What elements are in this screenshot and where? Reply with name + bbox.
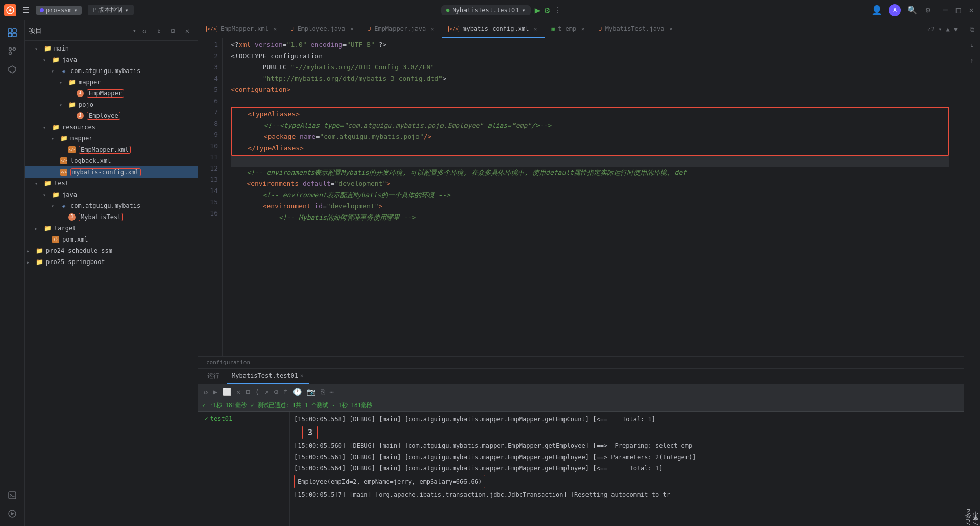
options-icon[interactable]: ⚙ (167, 25, 179, 37)
console-line-1: [15:00:05.558] [DEBUG] [main] [com.atgui… (294, 414, 960, 425)
close-test-button[interactable]: ✕ (235, 386, 242, 397)
tab-empmapper-xml[interactable]: </> EmpMapper.xml ✕ (200, 20, 285, 38)
screenshot-button[interactable]: 📷 (305, 386, 317, 397)
tree-item-empmapper[interactable]: J EmpMapper (24, 88, 198, 99)
tree-item-empmapper-xml[interactable]: </> EmpMapper.xml (24, 144, 198, 155)
bottom-tab-test[interactable]: MybatisTest.test01 ✕ (227, 369, 309, 384)
run-button[interactable]: ▶ (535, 5, 541, 15)
tab-employee-java[interactable]: J Employee.java ✕ (285, 20, 362, 38)
tree-item-mybatis-test[interactable]: J MybatisTest (24, 211, 198, 223)
project-dropdown-icon: ▾ (74, 7, 78, 14)
stop-button[interactable]: ⬜ (221, 386, 233, 397)
run-config[interactable]: ● MybatisTest.test01 ▾ (441, 5, 531, 15)
project-badge[interactable]: pro-ssm ▾ (36, 6, 82, 15)
tab-close-empmapper[interactable]: ✕ (272, 25, 279, 32)
tab-close-mybatis[interactable]: ✕ (532, 25, 539, 32)
tab-mybatistest-java[interactable]: J MybatisTest.java ✕ (593, 20, 680, 38)
code-line-14: <!-- environment表示配置Mybatis的一个具体的环境 --> (231, 189, 949, 201)
tree-item-mapper-res[interactable]: ▾ 📁 mapper (24, 133, 198, 144)
error-count[interactable]: ✓2 ▾ (925, 23, 944, 35)
tab-close-mybatistest[interactable]: ✕ (667, 25, 674, 32)
more-options-button[interactable]: ⋮ (554, 5, 562, 15)
run-again-button[interactable]: ▶ (211, 386, 218, 397)
tab-empmapper-java[interactable]: J EmpMapper.java ✕ (362, 20, 443, 38)
tree-item-mybatis-config[interactable]: </> mybatis-config.xml (24, 166, 198, 178)
tree-item-test-java[interactable]: ▾ 📁 java (24, 189, 198, 200)
settings-button[interactable]: ⚙ (923, 3, 933, 17)
version-control[interactable]: P 版本控制 ▾ (88, 5, 134, 15)
sync-icon[interactable]: ↻ (138, 25, 151, 37)
tab-nav-down[interactable]: ▼ (952, 23, 960, 35)
result-number-container: 3 (294, 425, 960, 440)
right-panel-settings-icon[interactable]: 名字/小志/Java (965, 510, 979, 524)
tab-label-empmapper-xml: EmpMapper.xml (220, 25, 268, 32)
copy-button[interactable]: ⎘ (319, 386, 326, 397)
tree-item-target[interactable]: ▸ 📁 target (24, 223, 198, 234)
minimize-button[interactable]: ─ (941, 3, 950, 17)
collapse-icon[interactable]: ↕ (153, 25, 165, 37)
tree-item-pro25[interactable]: ▸ 📁 pro25-springboot (24, 256, 198, 268)
vcs-icon[interactable] (4, 43, 20, 59)
folder-icon-mapper-res: 📁 (59, 134, 68, 143)
tab-close-empmapper-java[interactable]: ✕ (429, 25, 436, 32)
tree-item-pro24[interactable]: ▸ 📁 pro24-schedule-ssm (24, 245, 198, 256)
avatar-icon[interactable]: A (889, 4, 901, 16)
menu-icon[interactable]: ☰ (20, 3, 32, 17)
project-panel: 项目 ▾ ↻ ↕ ⚙ ✕ ▾ 📁 main ▾ 📁 java (24, 20, 198, 526)
debug-button[interactable]: ⚙ (545, 5, 550, 15)
tree-item-pojo[interactable]: ▾ 📁 pojo (24, 99, 198, 110)
close-panel-icon[interactable]: ✕ (181, 25, 193, 37)
project-view-icon[interactable] (4, 25, 20, 41)
tree-item-test-package[interactable]: ▾ ◈ com.atguigu.mybatis (24, 200, 198, 211)
terminal-icon[interactable] (4, 487, 20, 504)
maximize-button[interactable]: □ (954, 3, 963, 17)
tree-item-main[interactable]: ▾ 📁 main (24, 43, 198, 54)
line-numbers: 1 2 3 4 5 6 7 8 9 10 11 12 13 14 15 16 (198, 38, 223, 356)
tree-item-pom[interactable]: {} pom.xml (24, 234, 198, 245)
tab-close-employee[interactable]: ✕ (349, 25, 356, 32)
tree-item-java[interactable]: ▾ 📁 java (24, 54, 198, 65)
tab-mybatis-config[interactable]: </> mybatis-config.xml ✕ (442, 20, 545, 38)
tab-nav-up[interactable]: ▲ (944, 23, 952, 35)
bottom-tab-close[interactable]: ✕ (300, 372, 304, 379)
status-time: ·1秒 181毫秒 (210, 401, 247, 409)
step-over-button[interactable]: ↱ (282, 386, 289, 397)
tree-item-package[interactable]: ▾ ◈ com.atguigu.mybatis (24, 65, 198, 77)
code-line-15: <environment id="development"> (231, 201, 949, 212)
filter-button[interactable]: ⊟ (244, 386, 251, 397)
close-button[interactable]: ✕ (967, 3, 976, 17)
run-config-icon[interactable] (4, 506, 20, 522)
tree-item-mapper[interactable]: ▾ 📁 mapper (24, 77, 198, 88)
search-button[interactable]: 🔍 (905, 3, 919, 17)
plugins-icon[interactable] (4, 61, 20, 78)
test-node-test01[interactable]: ✓ test01 (200, 414, 287, 423)
right-panel-copy-icon[interactable]: ⧉ (965, 22, 979, 37)
svg-point-7 (9, 52, 11, 55)
tab-close-t-emp[interactable]: ✕ (579, 25, 586, 32)
tree-arrow-resources: ▾ (43, 125, 51, 130)
more-actions-button[interactable]: ⋯ (328, 386, 335, 397)
result-employee-box: Employee(empId=2, empName=jerry, empSala… (294, 475, 485, 488)
user-icon[interactable]: 👤 (869, 3, 885, 17)
bottom-tab-run[interactable]: 运行 (202, 369, 225, 384)
tree-label-mapper: mapper (79, 79, 101, 86)
right-panel-down-icon[interactable]: ↓ (965, 38, 979, 52)
run-config-dropdown: ▾ (522, 7, 525, 14)
tree-arrow-test-package: ▾ (51, 203, 59, 209)
rerun-button[interactable]: ↺ (202, 386, 209, 397)
history-button[interactable]: 🕐 (291, 386, 303, 397)
tree-item-resources[interactable]: ▾ 📁 resources (24, 122, 198, 133)
code-line-7: <typeAliases> (232, 109, 948, 120)
right-panel-up-icon[interactable]: ↑ (965, 53, 979, 67)
title-center: ● MybatisTest.test01 ▾ ▶ ⚙ ⋮ (134, 5, 870, 15)
tab-actions: ✓2 ▾ ▲ ▼ (923, 23, 962, 35)
settings-test-button[interactable]: ⚙ (273, 386, 280, 397)
tree-item-logback[interactable]: </> logback.xml (24, 155, 198, 166)
tree-item-test[interactable]: ▾ 📁 test (24, 178, 198, 189)
code-view[interactable]: <?xml version="1.0" encoding="UTF-8" ?> … (223, 38, 958, 356)
sort-button[interactable]: ⟨ (254, 386, 261, 397)
tree-arrow-pro25: ▸ (27, 259, 35, 265)
tree-item-employee[interactable]: J Employee (24, 110, 198, 122)
export-button[interactable]: ↗ (263, 386, 270, 397)
tab-t-emp[interactable]: ▦ t_emp ✕ (545, 20, 593, 38)
